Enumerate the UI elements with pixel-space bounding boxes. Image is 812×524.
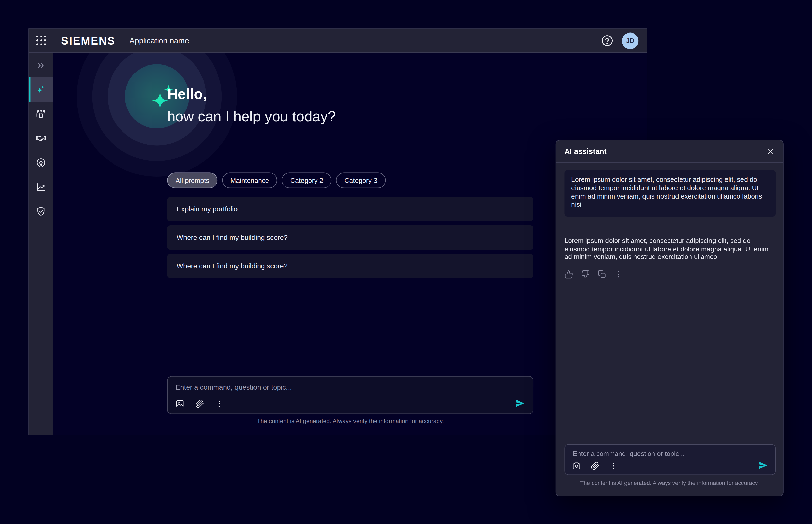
copy-icon[interactable] [597,270,607,279]
sidebar-item-people[interactable] [29,101,53,126]
more-options-icon[interactable] [614,270,623,279]
camera-icon[interactable] [572,461,581,470]
shield-check-icon [36,206,46,216]
thumbs-down-icon[interactable] [581,270,590,279]
app-header: SIEMENS Application name JD [29,29,647,53]
message-actions [564,270,623,279]
ai-sparkle-icon [36,84,46,95]
app-title: Application name [130,36,189,45]
greeting-subtitle: how can I help you today? [167,109,336,125]
user-message: Lorem ipsum dolor sit amet, consectetur … [564,170,776,216]
brand-logo: SIEMENS [61,34,116,47]
prompt-card[interactable]: Where can I find my building score? [167,226,534,250]
chip-maintenance[interactable]: Maintenance [222,173,277,188]
app-window: SIEMENS Application name JD [29,29,647,435]
expand-chevrons-icon [36,60,46,70]
sidebar-item-partners[interactable] [29,126,53,150]
more-options-icon[interactable] [215,399,224,408]
prompt-card[interactable]: Where can I find my building score? [167,254,534,278]
keyhole-circle-icon [36,157,46,167]
panel-header: AI assistant [556,141,783,163]
panel-ai-disclaimer: The content is AI generated. Always veri… [556,480,783,486]
sidebar [29,53,53,435]
send-icon[interactable] [515,398,525,408]
app-launcher-icon[interactable] [36,35,47,46]
sidebar-item-analytics[interactable] [29,175,53,199]
thumbs-up-icon[interactable] [564,270,573,279]
sidebar-item-ai-assistant[interactable] [29,77,53,101]
line-chart-icon [36,181,46,192]
ai-assistant-panel: AI assistant Lorem ipsum dolor sit amet,… [556,140,783,496]
sidebar-expand-button[interactable] [29,53,53,77]
ai-disclaimer: The content is AI generated. Always veri… [167,418,534,424]
panel-title: AI assistant [564,147,607,155]
screen: SIEMENS Application name JD [0,0,812,524]
send-icon[interactable] [759,460,768,470]
chip-category-3[interactable]: Category 3 [336,173,386,188]
sidebar-item-access[interactable] [29,150,53,175]
people-group-icon [36,109,46,119]
chip-all-prompts[interactable]: All prompts [167,173,218,188]
filter-chips: All prompts Maintenance Category 2 Categ… [167,173,386,188]
panel-composer [564,444,776,475]
prompt-card[interactable]: Explain my portfolio [167,197,534,222]
image-icon[interactable] [175,399,185,408]
sidebar-item-security[interactable] [29,199,53,224]
help-icon[interactable] [601,35,613,47]
handshake-icon [36,133,46,143]
main-composer [167,376,534,414]
chip-category-2[interactable]: Category 2 [282,173,332,188]
close-icon[interactable] [766,147,775,156]
avatar[interactable]: JD [622,33,639,49]
paperclip-icon[interactable] [591,461,599,470]
greeting-title: Hello, [167,86,207,102]
assistant-message: Lorem ipsum dolor sit amet, consectetur … [564,237,771,261]
more-options-icon[interactable] [609,461,618,470]
panel-command-input[interactable] [573,447,767,459]
command-input[interactable] [175,381,525,393]
paperclip-icon[interactable] [195,399,204,408]
